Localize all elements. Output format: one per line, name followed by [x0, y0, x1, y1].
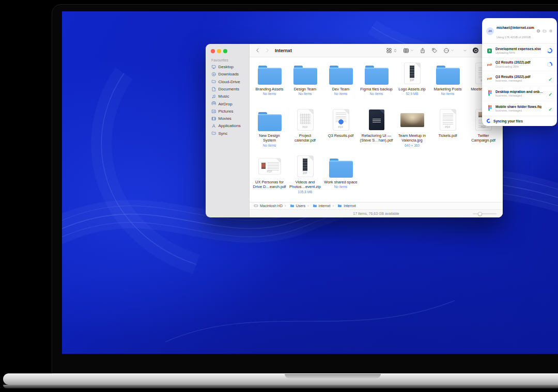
- file-info: No items: [360, 92, 393, 96]
- file-icon: [431, 61, 464, 85]
- sync-item-name: Mobile share folder flows.fig: [495, 105, 544, 108]
- file-type-icon: [487, 90, 492, 97]
- sidebar-item-icon: [211, 65, 216, 70]
- file-item[interactable]: Branding Assets No items: [252, 61, 287, 108]
- more-circle-icon: [443, 48, 450, 54]
- internxt-app-icon[interactable]: [473, 48, 478, 53]
- sync-item[interactable]: Q2 Results (2022).pdf Downloading 35%: [482, 57, 557, 71]
- file-item[interactable]: Team Meetup in Valencia.jpg 640 × 360: [394, 108, 430, 154]
- sidebar-item-label: Applications: [219, 123, 241, 128]
- breadcrumb-item[interactable]: › Users: [283, 203, 305, 208]
- more-actions-button[interactable]: [443, 48, 454, 54]
- close-button[interactable]: [211, 49, 215, 53]
- forward-button[interactable]: [265, 48, 270, 53]
- sidebar-item[interactable]: Cloud-Drive: [206, 78, 249, 85]
- file-name: Tickets.pdf: [431, 133, 464, 138]
- sync-item[interactable]: Development expenses.xlsx Uploading 64%: [482, 44, 557, 57]
- breadcrumb-separator: ›: [333, 203, 334, 208]
- share-button[interactable]: [420, 48, 426, 54]
- laptop-lid-notch: [285, 374, 381, 379]
- file-item[interactable]: Figma files backup No items: [359, 61, 394, 108]
- file-item[interactable]: Dev Team No items: [323, 61, 359, 108]
- file-name: Project calendar.pdf: [288, 133, 322, 143]
- sync-items: Development expenses.xlsx Uploading 64% …: [482, 44, 557, 116]
- file-name: Design Team: [288, 87, 322, 91]
- toolbar-overflow-chevron[interactable]: [463, 49, 467, 53]
- sync-item-status-text: business, messaged: [495, 79, 544, 82]
- file-name: Marketing Posts: [431, 87, 464, 91]
- sidebar-item-icon: [211, 101, 216, 106]
- sidebar-item[interactable]: AirDrop: [206, 100, 249, 107]
- sync-item-status-text: Uploading 64%: [495, 51, 544, 54]
- slider-knob[interactable]: [478, 212, 482, 216]
- file-info: No items: [253, 92, 286, 96]
- view-options-button[interactable]: [386, 48, 397, 54]
- gear-icon[interactable]: [549, 29, 553, 33]
- sidebar-item[interactable]: Downloads: [206, 71, 249, 78]
- sync-item-name: Development expenses.xlsx: [495, 47, 544, 51]
- sidebar-section-label: Favourites: [206, 53, 249, 64]
- back-button[interactable]: [255, 48, 260, 53]
- file-info: No items: [324, 92, 358, 96]
- sidebar-item-label: Pictures: [219, 109, 234, 114]
- breadcrumb-item[interactable]: › internxt: [305, 203, 331, 208]
- file-icon: [253, 108, 286, 132]
- file-info: No items: [324, 185, 358, 189]
- finder-toolbar: Internxt: [250, 44, 503, 57]
- file-item[interactable]: UX Personas for Drive D…earch.pdf: [252, 154, 287, 201]
- file-info: No items: [431, 92, 464, 96]
- sidebar-item-icon: [211, 116, 216, 121]
- file-item[interactable]: Refactoring UI — (Steve S…han).pdf: [359, 108, 394, 154]
- file-icon: [253, 61, 286, 85]
- file-item[interactable]: New Design System No items: [252, 108, 287, 154]
- sort-chevrons-icon: [393, 48, 397, 53]
- file-item[interactable]: Work shared space No items: [323, 154, 359, 201]
- file-item[interactable]: Project calendar.pdf: [287, 108, 323, 154]
- sync-item-name: Desktop migration and onboardi…: [495, 90, 544, 93]
- sync-item-texts: Desktop migration and onboardi… business…: [495, 90, 544, 98]
- sidebar-item[interactable]: Documents: [206, 85, 249, 92]
- internxt-sync-popover: JA michael@internxt.com Using 176.42GB o…: [482, 18, 557, 126]
- minimize-button[interactable]: [217, 49, 221, 53]
- file-name: Work shared space: [324, 180, 358, 184]
- file-info: 52,9 MB: [395, 92, 429, 96]
- sync-item[interactable]: Mobile share folder flows.fig business, …: [482, 101, 557, 116]
- file-icon: [253, 154, 286, 178]
- sidebar-item[interactable]: Movies: [206, 115, 249, 122]
- sync-item-texts: Development expenses.xlsx Uploading 64%: [495, 47, 544, 55]
- file-item[interactable]: Marketing Posts No items: [430, 61, 466, 108]
- file-icon: [360, 108, 393, 132]
- file-item[interactable]: Tickets.pdf: [430, 108, 466, 154]
- sync-item[interactable]: Desktop migration and onboardi… business…: [482, 86, 557, 101]
- file-item[interactable]: Logo Assets.zip 52,9 MB: [394, 61, 430, 108]
- sidebar-item-label: Cloud-Drive: [219, 80, 240, 84]
- sidebar-item[interactable]: Pictures: [206, 107, 249, 115]
- sidebar-item-label: AirDrop: [219, 102, 233, 106]
- sidebar-item[interactable]: Music: [206, 93, 249, 100]
- sidebar-item[interactable]: Desktop: [206, 64, 249, 71]
- file-icon: [431, 108, 464, 132]
- breadcrumb-item[interactable]: › Macintosh HD: [254, 203, 283, 208]
- sync-item-texts: Q2 Results (2022).pdf Downloading 35%: [495, 60, 544, 68]
- file-info: No items: [253, 144, 286, 147]
- sidebar-item-label: Sync: [219, 131, 228, 136]
- file-item[interactable]: Videos and Photos…event.zip 105,8 MB: [287, 154, 323, 201]
- globe-icon[interactable]: [536, 29, 540, 33]
- group-by-button[interactable]: [403, 48, 414, 54]
- file-type-icon: [487, 75, 492, 82]
- folder-icon[interactable]: [542, 29, 547, 33]
- tag-button[interactable]: [431, 48, 438, 54]
- breadcrumb-item[interactable]: › Internxt: [331, 203, 356, 208]
- icon-size-slider[interactable]: [473, 213, 497, 214]
- sync-item[interactable]: Q3 Results (2022).pdf business, messaged: [482, 71, 557, 86]
- window-controls: [206, 49, 249, 53]
- desktop-wallpaper: Favourites Desktop Downloads Cloud-Drive…: [62, 11, 558, 354]
- zoom-button[interactable]: [223, 49, 227, 53]
- file-item[interactable]: Q3 Results.pdf: [323, 108, 359, 154]
- sidebar-item[interactable]: Applications: [206, 122, 249, 130]
- sync-item-texts: Q3 Results (2022).pdf business, messaged: [495, 75, 544, 83]
- sync-item-status-text: business, messaged: [495, 109, 544, 112]
- file-name: Logo Assets.zip: [395, 87, 429, 91]
- sidebar-item[interactable]: Sync: [206, 130, 249, 137]
- file-item[interactable]: Design Team No items: [287, 61, 323, 108]
